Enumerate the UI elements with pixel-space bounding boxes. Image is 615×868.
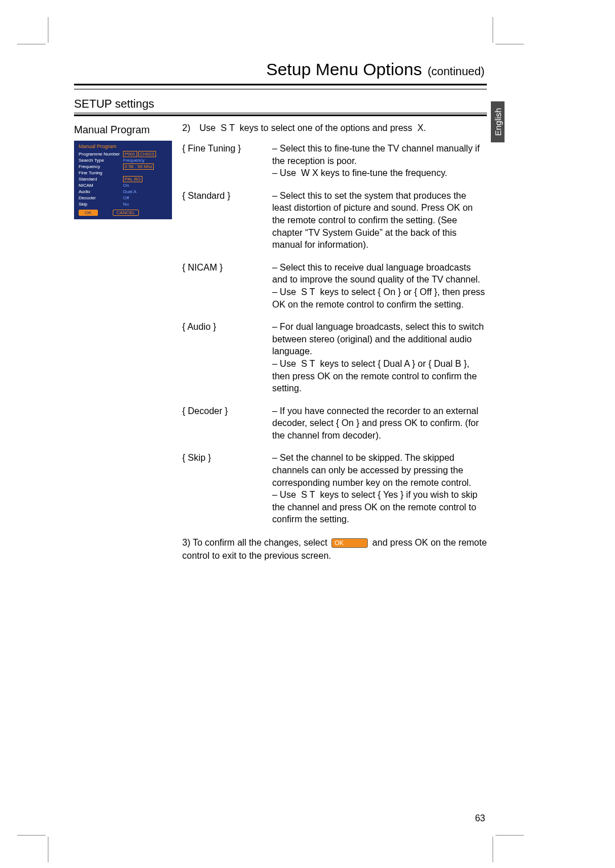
page-title: Setup Menu Options(continued) xyxy=(74,60,487,79)
left-heading: Manual Program xyxy=(74,124,177,136)
section-title: SETUP settings xyxy=(74,97,487,110)
page-number: 63 xyxy=(475,813,485,824)
osd-cancel-button: CANCEL xyxy=(113,210,139,216)
ok-chip-icon: OK xyxy=(331,538,368,548)
option-standard: { Standard } – Select this to set the sy… xyxy=(182,190,487,251)
option-audio: { Audio } – For dual language broadcasts… xyxy=(182,321,487,395)
option-skip: { Skip } – Set the channel to be skipped… xyxy=(182,452,487,526)
option-nicam: { NICAM } – Select this to receive dual … xyxy=(182,261,487,310)
step-3-confirm: 3) To confirm all the changes, select OK… xyxy=(182,536,487,562)
language-tab: English xyxy=(491,101,505,142)
osd-title: Manual Program xyxy=(75,142,171,151)
option-decoder: { Decoder } – If you have connected the … xyxy=(182,405,487,442)
osd-preview: Manual Program Programme Number P001CH02… xyxy=(74,141,172,219)
option-fine-tuning: { Fine Tuning } – Select this to fine-tu… xyxy=(182,142,487,179)
step-2-intro: 2) Use S T keys to select one of the opt… xyxy=(182,123,487,133)
osd-ok-button: OK xyxy=(79,210,98,216)
